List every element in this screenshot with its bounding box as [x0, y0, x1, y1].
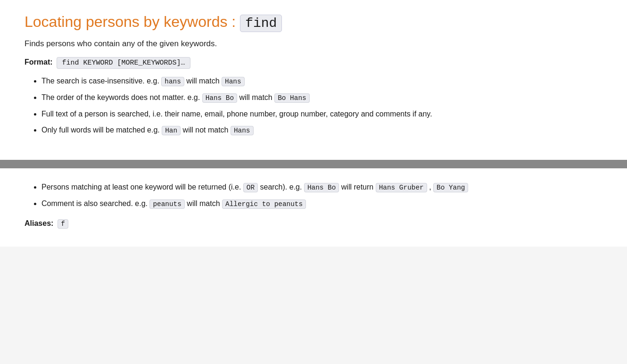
bullet-text: The order of the keywords does not matte…	[41, 93, 202, 101]
code-hans-full: Hans	[231, 126, 254, 135]
code-han: Han	[162, 126, 181, 135]
code-or: OR	[243, 183, 258, 192]
code-hans-bo: Hans Bo	[202, 93, 237, 103]
find-keyword-badge: find	[240, 15, 282, 32]
bullet-text: will not match	[181, 126, 231, 134]
bullet-text: will return	[339, 183, 375, 191]
code-Hans: Hans	[222, 77, 245, 86]
bullet-text: will match	[184, 77, 222, 85]
bullet-text: will match	[237, 93, 274, 101]
list-item: Comment is also searched. e.g. peanuts w…	[41, 198, 602, 210]
code-hans-bo-2: Hans Bo	[304, 183, 339, 192]
code-hans: hans	[161, 77, 184, 86]
bullet-text: The search is case-insensitive. e.g.	[41, 77, 161, 85]
top-panel: Locating persons by keywords : find Find…	[0, 0, 627, 160]
bullet-text: Full text of a person is searched, i.e. …	[41, 110, 432, 118]
subtitle: Finds persons who contain any of the giv…	[25, 39, 602, 49]
bullet-text: Persons matching at least one keyword wi…	[41, 183, 243, 191]
section-divider	[0, 160, 627, 168]
bullet-text: will match	[185, 199, 222, 207]
bullet-text: search). e.g.	[258, 183, 304, 191]
list-item: Persons matching at least one keyword wi…	[41, 182, 602, 193]
list-item: The order of the keywords does not matte…	[41, 92, 602, 104]
list-item: Full text of a person is searched, i.e. …	[41, 108, 602, 120]
bullet-text: ,	[427, 183, 433, 191]
format-line: Format: find KEYWORD [MORE_KEYWORDS]…	[25, 58, 602, 67]
top-bullets: The search is case-insensitive. e.g. han…	[25, 75, 602, 136]
code-hans-gruber: Hans Gruber	[376, 183, 427, 192]
page-title-prefix: Locating persons by keywords :	[25, 13, 240, 30]
bottom-panel: Persons matching at least one keyword wi…	[0, 168, 627, 247]
list-item: Only full words will be matched e.g. Han…	[41, 124, 602, 136]
format-label: Format:	[25, 58, 53, 66]
aliases-line: Aliases: f	[25, 219, 602, 228]
code-peanuts: peanuts	[149, 199, 184, 209]
bullet-text: Comment is also searched. e.g.	[41, 199, 149, 207]
aliases-value: f	[58, 219, 68, 229]
page-title: Locating persons by keywords : find	[25, 13, 602, 31]
format-code: find KEYWORD [MORE_KEYWORDS]…	[57, 57, 190, 69]
list-item: The search is case-insensitive. e.g. han…	[41, 75, 602, 87]
bullet-text: Only full words will be matched e.g.	[41, 126, 162, 134]
code-bo-yang: Bo Yang	[433, 183, 468, 192]
code-allergic: Allergic to peanuts	[222, 199, 306, 209]
bottom-bullets: Persons matching at least one keyword wi…	[25, 182, 602, 210]
code-bo-hans: Bo Hans	[274, 93, 309, 103]
aliases-label: Aliases:	[25, 219, 53, 227]
